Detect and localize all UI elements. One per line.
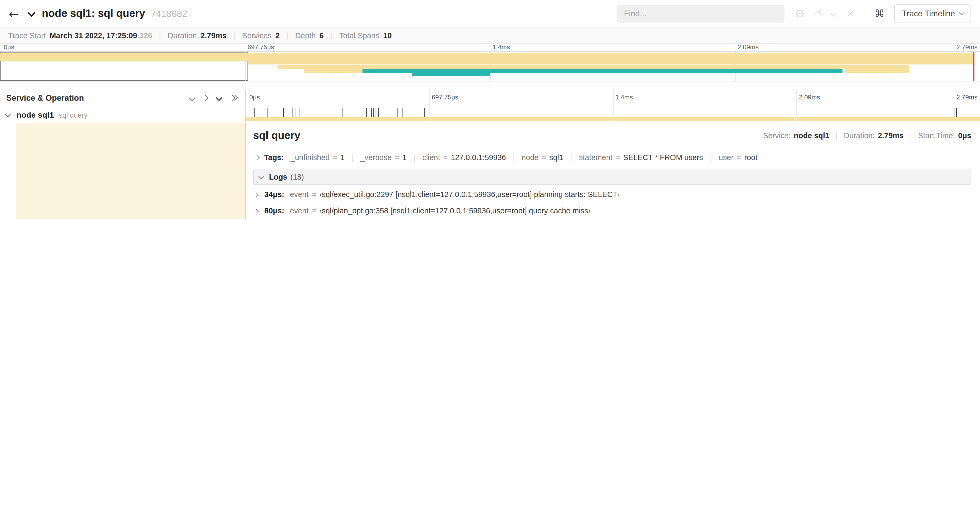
back-arrow-icon[interactable]: ← (9, 6, 19, 20)
expand-tags-chevron-icon (254, 155, 259, 160)
tag-value: 127.0.0.1:59936 (451, 153, 506, 162)
tag-item: statement=SELECT * FROM users (579, 153, 703, 162)
next-result-icon[interactable] (831, 11, 836, 16)
grid-line (429, 106, 430, 123)
minimap-span-bar (277, 65, 909, 69)
meta-label: Start Time: (918, 131, 955, 140)
trace-view-dropdown-label: Trace Timeline (902, 9, 955, 18)
logs-accordion-header[interactable]: Logs (18) (253, 169, 971, 185)
log-field-key: event (290, 206, 309, 215)
collapse-all-icon[interactable] (216, 95, 221, 100)
collapse-trace-chevron-icon[interactable] (29, 11, 34, 15)
trace-view-dropdown[interactable]: Trace Timeline (894, 4, 971, 23)
minimap-span-bar (845, 69, 910, 73)
summary-value: 2 (275, 31, 280, 40)
log-event-tick (292, 108, 293, 117)
summary-item: Depth6 (295, 31, 323, 40)
tags-accordion[interactable]: Tags: _unfinished=1|_verbose=1|client=12… (253, 148, 971, 167)
summary-item: Services2 (242, 31, 280, 40)
expand-one-icon[interactable] (203, 96, 207, 99)
span-accent-column (16, 123, 245, 219)
log-event-tick (296, 108, 296, 117)
log-event-tick (424, 108, 425, 117)
summary-separator: | (234, 32, 235, 39)
trace-summary-bar: Trace StartMarch 31 2022, 17:25:09.326|D… (0, 27, 980, 44)
tag-equals: = (333, 153, 337, 162)
tag-equals: = (616, 153, 620, 162)
tick-label: 1.4ms (616, 89, 633, 106)
collapse-logs-chevron-icon (259, 174, 263, 179)
meta-value: node sql1 (794, 131, 829, 140)
span-detail-meta: Service:node sql1|Duration:2.79ms|Start … (763, 131, 971, 140)
tag-separator: | (414, 153, 416, 162)
tick-label: 2.09ms (799, 89, 820, 106)
minimap-span-bar (363, 69, 843, 73)
tag-key: user (719, 153, 733, 162)
collapse-one-icon[interactable] (190, 96, 194, 99)
meta-label: Service: (763, 131, 791, 140)
tick-label: 0μs (250, 89, 260, 106)
span-detail-header: sql query Service:node sql1|Duration:2.7… (253, 129, 971, 142)
tag-value: root (744, 153, 757, 162)
log-row[interactable]: 80μs:event=‹sql/plan_opt.go:358 [nsql1,c… (253, 203, 971, 219)
summary-label: Total Spans (339, 31, 379, 40)
logs-list: 34μs:event=‹sql/exec_util.go:2297 [nsql1… (253, 187, 971, 219)
tick-label: 2.79ms (956, 44, 977, 51)
expand-log-chevron-icon (255, 192, 259, 197)
find-placeholder: Find... (624, 9, 646, 18)
expand-log-chevron-icon (255, 209, 259, 213)
trace-page: ← node sql1: sql query 7418682 Find... ✕… (0, 0, 980, 219)
log-event-tick (299, 108, 299, 117)
log-event-tick (342, 108, 342, 117)
log-field-value: ‹sql/exec_util.go:2297 [nsql1,client=127… (319, 190, 620, 199)
header-divider (864, 7, 864, 19)
span-detail-container: sql query Service:node sql1|Duration:2.7… (245, 123, 980, 219)
log-event-tick (403, 108, 403, 117)
log-event-tick (378, 108, 378, 117)
summary-value: March 31 2022, 17:25:09 (49, 31, 137, 40)
span-row-name-cell[interactable]: node sql1 sql query (0, 106, 245, 123)
log-field-key: event (290, 190, 309, 199)
minimap-span-bar (0, 53, 973, 61)
timeline-ruler: 0μs697.75μs1.4ms2.09ms2.79ms (245, 89, 980, 106)
keyboard-shortcuts-icon[interactable]: ⌘ (875, 7, 885, 19)
log-event-tick (267, 108, 267, 117)
meta-value: 2.79ms (878, 131, 904, 140)
expand-all-icon[interactable] (230, 96, 236, 99)
tag-separator: | (513, 153, 515, 162)
log-event-tick (366, 108, 367, 117)
tag-value: SELECT * FROM users (623, 153, 703, 162)
meta-separator: | (910, 131, 912, 140)
prev-result-icon[interactable] (816, 11, 820, 16)
trace-header: ← node sql1: sql query 7418682 Find... ✕… (0, 0, 980, 27)
grid-line (429, 89, 430, 106)
summary-value: 6 (320, 31, 324, 40)
log-timestamp: 34μs: (264, 190, 285, 199)
log-row[interactable]: 34μs:event=‹sql/exec_util.go:2297 [nsql1… (253, 187, 971, 203)
span-operation-name: sql query (59, 111, 88, 118)
clear-search-icon[interactable]: ✕ (847, 9, 854, 18)
log-timestamp: 80μs: (264, 206, 285, 215)
span-row-track[interactable] (245, 106, 980, 123)
tag-key: _verbose (360, 153, 392, 162)
minimap-gap (0, 81, 980, 89)
find-input[interactable]: Find... (617, 5, 784, 22)
tag-item: client=127.0.0.1:59936 (422, 153, 506, 162)
tag-item: user=root (719, 153, 757, 162)
timeline-minimap: 0μs697.75μs1.4ms2.09ms2.79ms (0, 44, 980, 81)
focus-search-icon[interactable] (796, 9, 805, 18)
log-event-tick (283, 108, 284, 117)
grid-line (613, 89, 613, 106)
log-event-tick (255, 108, 255, 117)
tick-label: 0μs (4, 44, 14, 51)
tick-label: 697.75μs (247, 44, 274, 51)
span-row[interactable]: node sql1 sql query (0, 106, 980, 123)
summary-label: Duration (168, 31, 197, 40)
chevron-down-icon (959, 10, 964, 15)
minimap-canvas[interactable] (0, 51, 980, 81)
tag-key: statement (579, 153, 612, 162)
log-event-tick (954, 108, 954, 117)
collapse-span-chevron-icon[interactable] (5, 111, 11, 117)
minimap-tick-labels: 0μs697.75μs1.4ms2.09ms2.79ms (0, 44, 980, 51)
tag-item: node=sql1 (522, 153, 563, 162)
